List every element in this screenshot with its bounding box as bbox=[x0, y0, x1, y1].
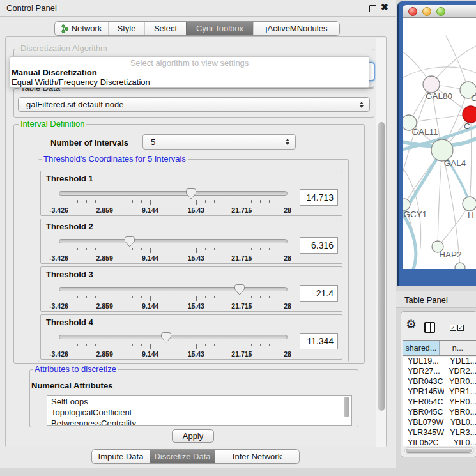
table-cell[interactable]: YPR1... bbox=[444, 387, 476, 397]
algorithm-option-manual[interactable]: Manual Discretization bbox=[12, 68, 363, 77]
threshold-label: Threshold 2 bbox=[46, 222, 93, 231]
checkbox-checked-icon[interactable]: ✓ bbox=[450, 325, 456, 331]
tick-label: 2.859 bbox=[86, 206, 124, 214]
table-cell[interactable]: YBR0... bbox=[444, 408, 476, 418]
attributes-list-scrollbar[interactable] bbox=[344, 397, 349, 417]
minor-tick bbox=[178, 248, 178, 250]
network-node[interactable] bbox=[455, 263, 465, 269]
table-cell[interactable]: YBR045C bbox=[403, 408, 444, 418]
table-cell[interactable]: YDL1... bbox=[445, 357, 476, 367]
tab-select[interactable]: Select bbox=[144, 22, 186, 35]
table-cell[interactable]: YBR0... bbox=[444, 377, 476, 387]
apply-button[interactable]: Apply bbox=[172, 429, 214, 443]
table-row[interactable]: YPR145WYPR1... bbox=[403, 387, 476, 397]
tab-impute-data[interactable]: Impute Data bbox=[92, 450, 150, 463]
table-cell[interactable]: YDL19... bbox=[403, 357, 445, 367]
slider-thumb[interactable] bbox=[234, 284, 245, 295]
slider-track[interactable] bbox=[59, 335, 288, 339]
columns-icon[interactable] bbox=[424, 322, 435, 333]
tab-jactivemnodules[interactable]: jActiveMNodules bbox=[253, 22, 339, 35]
zoom-traffic-light-icon[interactable] bbox=[436, 7, 445, 16]
number-of-intervals-combo[interactable]: 5 bbox=[142, 134, 296, 150]
table-cell[interactable]: YIL0... bbox=[449, 438, 476, 446]
network-edge[interactable] bbox=[438, 150, 442, 247]
tab-infer-network[interactable]: Infer Network bbox=[215, 450, 299, 463]
float-window-icon[interactable] bbox=[369, 5, 376, 12]
table-row[interactable]: YDL19...YDL1... bbox=[403, 357, 476, 367]
algorithm-option-equal-width[interactable]: Equal Width/Frequency Discretization bbox=[12, 77, 363, 87]
minor-tick bbox=[114, 248, 114, 250]
table-row[interactable]: YBR045CYBR0... bbox=[403, 408, 476, 418]
table-row[interactable]: YLR345WYLR3... bbox=[403, 428, 476, 438]
table-cell[interactable]: YLR345W bbox=[403, 428, 445, 438]
number-of-intervals-label: Number of Intervals bbox=[50, 138, 128, 148]
table-cell[interactable]: YBR043C bbox=[403, 377, 444, 387]
table-column-header-2[interactable]: n... bbox=[440, 341, 476, 355]
tab-label: Discretize Data bbox=[154, 452, 210, 461]
table-cell[interactable]: YER0... bbox=[444, 397, 476, 408]
slider-thumb[interactable] bbox=[186, 188, 196, 199]
minor-tick bbox=[224, 200, 224, 203]
threshold-value-field[interactable]: 14.713 bbox=[300, 189, 338, 206]
threshold-value-field[interactable]: 11.344 bbox=[300, 333, 338, 349]
table-row[interactable]: YBR043CYBR0... bbox=[403, 377, 476, 387]
attribute-item-selfloops[interactable]: SelfLoops bbox=[47, 396, 351, 407]
minor-tick bbox=[279, 200, 279, 203]
table-row[interactable]: YER054CYER0... bbox=[403, 397, 476, 408]
tab-cyni-toolbox[interactable]: Cyni Toolbox bbox=[186, 22, 253, 35]
network-node-label: HAP2 bbox=[439, 250, 461, 259]
minor-tick bbox=[160, 344, 160, 346]
gear-icon[interactable]: ⚙ bbox=[406, 318, 417, 330]
tab-style[interactable]: Style bbox=[108, 22, 144, 35]
network-edge[interactable] bbox=[403, 67, 476, 79]
table-row[interactable]: YBL079WYBL0... bbox=[403, 418, 476, 428]
tab-discretize-data[interactable]: Discretize Data bbox=[150, 450, 215, 463]
slider-track[interactable] bbox=[59, 287, 288, 291]
minimize-traffic-light-icon[interactable] bbox=[422, 7, 431, 16]
minor-tick bbox=[141, 248, 142, 250]
table-row[interactable]: YIL052CYIL0... bbox=[403, 438, 476, 446]
table-cell[interactable]: YLR3... bbox=[445, 428, 476, 438]
attribute-item-topologicalcoefficient[interactable]: TopologicalCoefficient bbox=[47, 407, 351, 418]
tab-network[interactable]: Network bbox=[55, 22, 108, 35]
attribute-item-betweennesscentrality[interactable]: BetweennessCentrality bbox=[47, 418, 351, 426]
table-row[interactable]: YDR27...YDR2... bbox=[403, 367, 476, 377]
content-scrollbar-track[interactable] bbox=[376, 38, 386, 447]
minor-tick bbox=[205, 344, 206, 346]
minor-tick bbox=[205, 248, 206, 250]
table-column-header-1[interactable]: shared... bbox=[403, 341, 440, 355]
slider-track[interactable] bbox=[59, 239, 288, 243]
threshold-value-field[interactable]: 21.4 bbox=[300, 285, 338, 302]
network-node-h[interactable] bbox=[463, 197, 476, 211]
close-icon[interactable]: ✖ bbox=[381, 2, 388, 12]
table-cell[interactable]: YBL079W bbox=[403, 418, 445, 428]
slider-thumb[interactable] bbox=[125, 236, 135, 247]
network-node-gal4[interactable] bbox=[431, 139, 453, 161]
network-canvas[interactable]: GAL80GCGAL11GAL4GCY1HHAP2 bbox=[403, 18, 476, 269]
table-cell[interactable]: YIL052C bbox=[403, 438, 449, 446]
table-cell[interactable]: YDR27... bbox=[403, 367, 443, 377]
slider-thumb[interactable] bbox=[161, 332, 171, 343]
network-node-gcy1[interactable] bbox=[403, 199, 410, 210]
minor-tick bbox=[269, 200, 270, 203]
content-scrollbar-thumb[interactable] bbox=[378, 122, 385, 411]
table-hscrollbar-thumb[interactable] bbox=[406, 449, 472, 453]
checkbox-checked-icon[interactable]: ✓ bbox=[457, 325, 464, 331]
network-edge[interactable] bbox=[446, 36, 468, 90]
table-data-combo[interactable]: galFiltered.sif default node bbox=[18, 97, 370, 112]
table-cell[interactable]: YBL0... bbox=[445, 418, 476, 428]
table-hscrollbar-track[interactable] bbox=[404, 447, 474, 454]
threshold-value-field[interactable]: 6.316 bbox=[300, 237, 338, 254]
minor-tick bbox=[95, 344, 96, 346]
network-node-c[interactable] bbox=[463, 106, 476, 123]
network-node-gal80[interactable] bbox=[423, 76, 440, 93]
table-cell[interactable]: YPR145W bbox=[403, 387, 444, 397]
minor-tick bbox=[77, 296, 78, 298]
slider-track[interactable] bbox=[59, 191, 288, 196]
table-cell[interactable]: YDR2... bbox=[443, 367, 476, 377]
close-traffic-light-icon[interactable] bbox=[408, 7, 417, 16]
network-edge[interactable] bbox=[470, 123, 472, 204]
network-edge[interactable] bbox=[409, 114, 471, 123]
table-cell[interactable]: YER054C bbox=[403, 397, 444, 408]
network-window-titlebar[interactable] bbox=[403, 5, 476, 18]
